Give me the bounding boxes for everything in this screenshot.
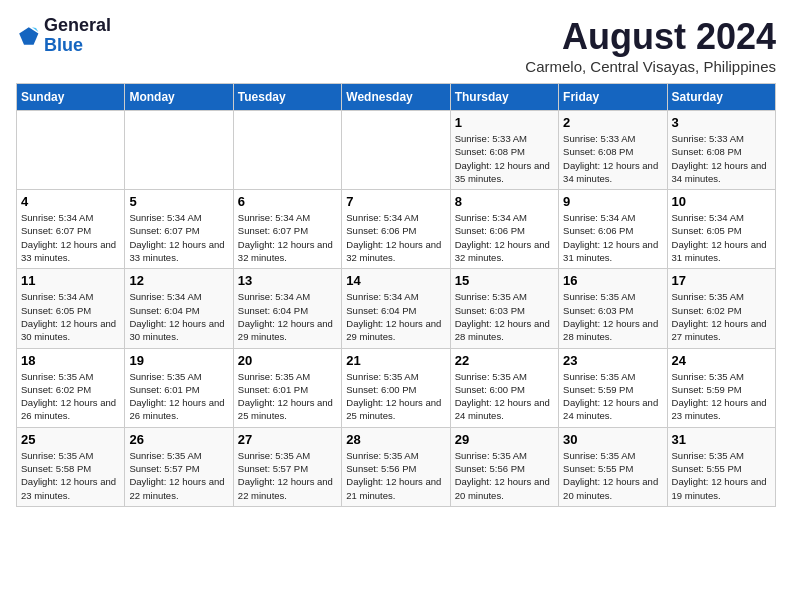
- day-number: 27: [238, 432, 337, 447]
- day-info: Sunrise: 5:35 AMSunset: 5:57 PMDaylight:…: [129, 449, 228, 502]
- day-info: Sunrise: 5:35 AMSunset: 6:02 PMDaylight:…: [21, 370, 120, 423]
- calendar-cell: 24Sunrise: 5:35 AMSunset: 5:59 PMDayligh…: [667, 348, 775, 427]
- logo: General Blue: [16, 16, 111, 56]
- header-day-monday: Monday: [125, 84, 233, 111]
- day-info: Sunrise: 5:33 AMSunset: 6:08 PMDaylight:…: [563, 132, 662, 185]
- logo-text-general: General: [44, 16, 111, 36]
- day-info: Sunrise: 5:35 AMSunset: 5:55 PMDaylight:…: [672, 449, 771, 502]
- day-info: Sunrise: 5:35 AMSunset: 5:59 PMDaylight:…: [672, 370, 771, 423]
- svg-marker-0: [19, 27, 38, 45]
- day-number: 30: [563, 432, 662, 447]
- calendar-week-row: 18Sunrise: 5:35 AMSunset: 6:02 PMDayligh…: [17, 348, 776, 427]
- day-info: Sunrise: 5:34 AMSunset: 6:07 PMDaylight:…: [129, 211, 228, 264]
- calendar-cell: 13Sunrise: 5:34 AMSunset: 6:04 PMDayligh…: [233, 269, 341, 348]
- calendar-cell: 25Sunrise: 5:35 AMSunset: 5:58 PMDayligh…: [17, 427, 125, 506]
- calendar-cell: 7Sunrise: 5:34 AMSunset: 6:06 PMDaylight…: [342, 190, 450, 269]
- calendar-cell: 22Sunrise: 5:35 AMSunset: 6:00 PMDayligh…: [450, 348, 558, 427]
- calendar-cell: [233, 111, 341, 190]
- day-number: 12: [129, 273, 228, 288]
- day-number: 13: [238, 273, 337, 288]
- calendar-week-row: 1Sunrise: 5:33 AMSunset: 6:08 PMDaylight…: [17, 111, 776, 190]
- calendar-table: SundayMondayTuesdayWednesdayThursdayFrid…: [16, 83, 776, 507]
- day-number: 18: [21, 353, 120, 368]
- calendar-cell: 14Sunrise: 5:34 AMSunset: 6:04 PMDayligh…: [342, 269, 450, 348]
- day-number: 6: [238, 194, 337, 209]
- calendar-cell: [17, 111, 125, 190]
- calendar-cell: 26Sunrise: 5:35 AMSunset: 5:57 PMDayligh…: [125, 427, 233, 506]
- day-info: Sunrise: 5:35 AMSunset: 5:55 PMDaylight:…: [563, 449, 662, 502]
- day-info: Sunrise: 5:35 AMSunset: 6:00 PMDaylight:…: [346, 370, 445, 423]
- calendar-cell: 31Sunrise: 5:35 AMSunset: 5:55 PMDayligh…: [667, 427, 775, 506]
- header-day-saturday: Saturday: [667, 84, 775, 111]
- day-info: Sunrise: 5:34 AMSunset: 6:04 PMDaylight:…: [238, 290, 337, 343]
- calendar-body: 1Sunrise: 5:33 AMSunset: 6:08 PMDaylight…: [17, 111, 776, 507]
- day-info: Sunrise: 5:34 AMSunset: 6:06 PMDaylight:…: [455, 211, 554, 264]
- day-info: Sunrise: 5:35 AMSunset: 6:00 PMDaylight:…: [455, 370, 554, 423]
- day-number: 20: [238, 353, 337, 368]
- day-number: 24: [672, 353, 771, 368]
- header-day-sunday: Sunday: [17, 84, 125, 111]
- day-number: 29: [455, 432, 554, 447]
- day-info: Sunrise: 5:34 AMSunset: 6:04 PMDaylight:…: [346, 290, 445, 343]
- calendar-cell: 23Sunrise: 5:35 AMSunset: 5:59 PMDayligh…: [559, 348, 667, 427]
- day-number: 7: [346, 194, 445, 209]
- day-info: Sunrise: 5:35 AMSunset: 6:03 PMDaylight:…: [563, 290, 662, 343]
- calendar-week-row: 4Sunrise: 5:34 AMSunset: 6:07 PMDaylight…: [17, 190, 776, 269]
- day-info: Sunrise: 5:35 AMSunset: 6:03 PMDaylight:…: [455, 290, 554, 343]
- calendar-cell: 16Sunrise: 5:35 AMSunset: 6:03 PMDayligh…: [559, 269, 667, 348]
- calendar-cell: 17Sunrise: 5:35 AMSunset: 6:02 PMDayligh…: [667, 269, 775, 348]
- day-number: 23: [563, 353, 662, 368]
- day-info: Sunrise: 5:34 AMSunset: 6:07 PMDaylight:…: [238, 211, 337, 264]
- calendar-cell: 19Sunrise: 5:35 AMSunset: 6:01 PMDayligh…: [125, 348, 233, 427]
- calendar-cell: 4Sunrise: 5:34 AMSunset: 6:07 PMDaylight…: [17, 190, 125, 269]
- logo-icon: [16, 24, 40, 48]
- calendar-cell: 9Sunrise: 5:34 AMSunset: 6:06 PMDaylight…: [559, 190, 667, 269]
- day-number: 11: [21, 273, 120, 288]
- day-info: Sunrise: 5:35 AMSunset: 5:56 PMDaylight:…: [346, 449, 445, 502]
- location-subtitle: Carmelo, Central Visayas, Philippines: [525, 58, 776, 75]
- day-info: Sunrise: 5:35 AMSunset: 5:57 PMDaylight:…: [238, 449, 337, 502]
- day-info: Sunrise: 5:34 AMSunset: 6:06 PMDaylight:…: [346, 211, 445, 264]
- calendar-cell: 8Sunrise: 5:34 AMSunset: 6:06 PMDaylight…: [450, 190, 558, 269]
- calendar-cell: 10Sunrise: 5:34 AMSunset: 6:05 PMDayligh…: [667, 190, 775, 269]
- day-number: 3: [672, 115, 771, 130]
- month-year-title: August 2024: [525, 16, 776, 58]
- day-info: Sunrise: 5:34 AMSunset: 6:04 PMDaylight:…: [129, 290, 228, 343]
- calendar-cell: 30Sunrise: 5:35 AMSunset: 5:55 PMDayligh…: [559, 427, 667, 506]
- day-number: 26: [129, 432, 228, 447]
- day-info: Sunrise: 5:34 AMSunset: 6:05 PMDaylight:…: [21, 290, 120, 343]
- calendar-cell: [125, 111, 233, 190]
- calendar-cell: [342, 111, 450, 190]
- header-day-wednesday: Wednesday: [342, 84, 450, 111]
- calendar-header-row: SundayMondayTuesdayWednesdayThursdayFrid…: [17, 84, 776, 111]
- calendar-cell: 12Sunrise: 5:34 AMSunset: 6:04 PMDayligh…: [125, 269, 233, 348]
- day-number: 1: [455, 115, 554, 130]
- day-info: Sunrise: 5:35 AMSunset: 5:59 PMDaylight:…: [563, 370, 662, 423]
- calendar-week-row: 11Sunrise: 5:34 AMSunset: 6:05 PMDayligh…: [17, 269, 776, 348]
- calendar-cell: 27Sunrise: 5:35 AMSunset: 5:57 PMDayligh…: [233, 427, 341, 506]
- day-info: Sunrise: 5:35 AMSunset: 6:01 PMDaylight:…: [238, 370, 337, 423]
- calendar-cell: 2Sunrise: 5:33 AMSunset: 6:08 PMDaylight…: [559, 111, 667, 190]
- header-day-friday: Friday: [559, 84, 667, 111]
- title-block: August 2024 Carmelo, Central Visayas, Ph…: [525, 16, 776, 75]
- page-header: General Blue August 2024 Carmelo, Centra…: [16, 16, 776, 75]
- calendar-cell: 28Sunrise: 5:35 AMSunset: 5:56 PMDayligh…: [342, 427, 450, 506]
- day-number: 19: [129, 353, 228, 368]
- header-day-thursday: Thursday: [450, 84, 558, 111]
- day-info: Sunrise: 5:34 AMSunset: 6:07 PMDaylight:…: [21, 211, 120, 264]
- day-number: 28: [346, 432, 445, 447]
- day-number: 5: [129, 194, 228, 209]
- day-number: 17: [672, 273, 771, 288]
- day-number: 8: [455, 194, 554, 209]
- day-number: 2: [563, 115, 662, 130]
- header-day-tuesday: Tuesday: [233, 84, 341, 111]
- day-info: Sunrise: 5:33 AMSunset: 6:08 PMDaylight:…: [672, 132, 771, 185]
- day-number: 22: [455, 353, 554, 368]
- day-number: 16: [563, 273, 662, 288]
- day-number: 25: [21, 432, 120, 447]
- calendar-cell: 6Sunrise: 5:34 AMSunset: 6:07 PMDaylight…: [233, 190, 341, 269]
- calendar-cell: 18Sunrise: 5:35 AMSunset: 6:02 PMDayligh…: [17, 348, 125, 427]
- calendar-cell: 15Sunrise: 5:35 AMSunset: 6:03 PMDayligh…: [450, 269, 558, 348]
- calendar-cell: 20Sunrise: 5:35 AMSunset: 6:01 PMDayligh…: [233, 348, 341, 427]
- day-number: 14: [346, 273, 445, 288]
